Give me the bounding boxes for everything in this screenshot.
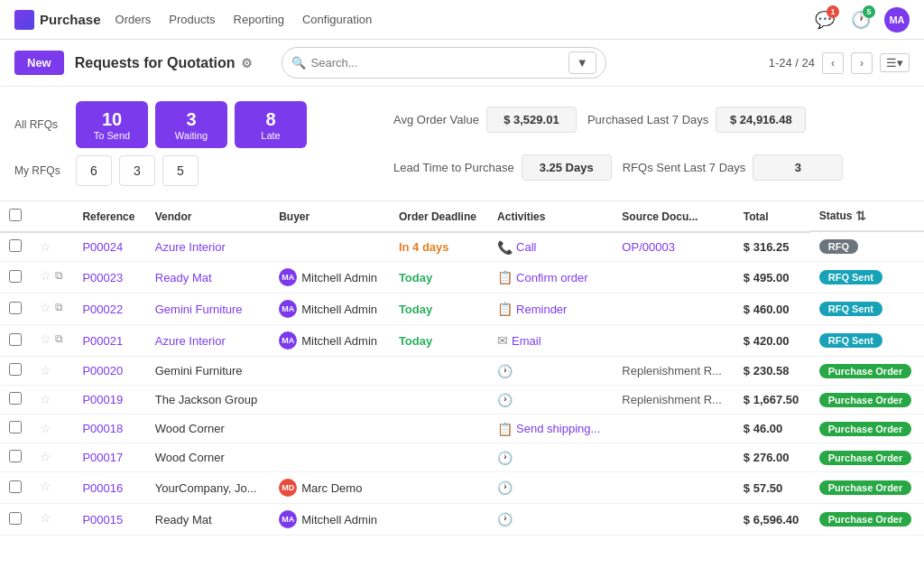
favorite-icon[interactable]: ☆	[40, 363, 51, 378]
favorite-icon[interactable]: ☆	[40, 450, 51, 464]
ref-link[interactable]: P00015	[82, 513, 123, 527]
late-num: 8	[247, 108, 294, 130]
ref-link[interactable]: P00017	[82, 451, 123, 464]
row-checkbox[interactable]	[9, 392, 22, 405]
ref-link[interactable]: P00016	[82, 481, 123, 495]
to-send-card[interactable]: 10 To Send	[76, 101, 148, 148]
favorite-icon[interactable]: ☆	[40, 300, 51, 314]
ref-link[interactable]: P00020	[82, 364, 123, 378]
ref-link[interactable]: P00021	[82, 334, 123, 348]
row-checkbox[interactable]	[9, 302, 22, 314]
row-checkbox[interactable]	[9, 512, 22, 525]
row-checkbox-cell	[0, 262, 31, 294]
activity-info[interactable]: ✉Email	[497, 333, 604, 348]
row-source-cell	[613, 262, 734, 294]
row-ref-cell: P00019	[73, 386, 145, 415]
favorite-icon[interactable]: ☆	[40, 331, 51, 346]
ref-link[interactable]: P00019	[82, 393, 123, 406]
total-amount: $ 460.00	[744, 303, 790, 316]
ref-link[interactable]: P00022	[82, 303, 123, 316]
activity-button[interactable]: 🕐 5	[848, 7, 873, 33]
nav-configuration[interactable]: Configuration	[302, 13, 372, 26]
list-icon: 📋	[497, 422, 513, 436]
app-logo[interactable]: Purchase	[14, 10, 101, 30]
all-rfqs-label: All RFQs	[14, 118, 69, 131]
favorite-icon[interactable]: ☆	[40, 392, 51, 406]
col-deadline[interactable]: Order Deadline	[390, 201, 488, 232]
col-total[interactable]: Total	[735, 201, 810, 232]
my-waiting[interactable]: 3	[119, 155, 155, 186]
search-bar[interactable]: 🔍 ▼	[282, 47, 606, 79]
vendor-link[interactable]: Azure Interior	[155, 334, 226, 348]
ref-link[interactable]: P00023	[82, 271, 123, 284]
col-activities[interactable]: Activities	[488, 201, 613, 232]
vendor-link[interactable]: Gemini Furniture	[155, 303, 243, 316]
row-vendor-cell: Azure Interior	[146, 325, 270, 357]
favorite-icon[interactable]: ☆	[40, 268, 51, 283]
row-buyer-cell: MD Marc Demo	[270, 472, 390, 504]
nav-products[interactable]: Products	[169, 13, 215, 26]
copy-icon[interactable]: ⧉	[55, 332, 63, 345]
favorite-icon[interactable]: ☆	[40, 239, 51, 254]
search-input[interactable]	[311, 56, 568, 70]
view-options-button[interactable]: ☰▾	[880, 53, 910, 72]
activity-link[interactable]: Send shipping...	[516, 422, 600, 435]
row-checkbox[interactable]	[9, 363, 22, 376]
new-button[interactable]: New	[14, 51, 64, 75]
activity-info[interactable]: 📋Send shipping...	[497, 422, 604, 436]
source-link[interactable]: OP/00003	[622, 240, 675, 254]
row-checkbox-cell	[0, 325, 31, 357]
row-checkbox[interactable]	[9, 239, 22, 252]
row-checkbox[interactable]	[9, 480, 22, 493]
select-all-checkbox[interactable]	[9, 209, 22, 221]
waiting-card[interactable]: 3 Waiting	[155, 101, 227, 148]
activity-link[interactable]: Email	[512, 334, 541, 348]
activity-link[interactable]: Confirm order	[516, 271, 587, 284]
vendor-link[interactable]: Ready Mat	[155, 271, 212, 284]
row-checkbox-cell	[0, 294, 31, 325]
favorite-icon[interactable]: ☆	[40, 421, 51, 435]
col-buyer[interactable]: Buyer	[270, 201, 390, 232]
settings-icon[interactable]: ⚙	[241, 56, 253, 70]
total-amount: $ 276.00	[744, 451, 790, 464]
col-ref[interactable]: Reference	[73, 201, 145, 232]
buyer-info: MA Mitchell Admin	[279, 510, 381, 528]
ref-link[interactable]: P00018	[82, 422, 123, 435]
copy-icon[interactable]: ⧉	[55, 301, 63, 313]
my-to-send[interactable]: 6	[76, 155, 112, 186]
col-vendor[interactable]: Vendor	[146, 201, 270, 232]
my-late[interactable]: 5	[162, 155, 199, 186]
total-amount: $ 316.25	[744, 240, 790, 254]
table-row: ☆P00016YourCompany, Jo... MD Marc Demo 🕐…	[0, 472, 924, 504]
messages-button[interactable]: 💬 1	[812, 7, 837, 33]
row-checkbox[interactable]	[9, 421, 22, 434]
nav-reporting[interactable]: Reporting	[234, 13, 284, 26]
app-title: Purchase	[40, 12, 101, 27]
vendor-link[interactable]: Azure Interior	[155, 240, 226, 254]
stats-left: All RFQs 10 To Send 3 Waiting 8 Late My …	[14, 101, 375, 186]
favorite-icon[interactable]: ☆	[40, 510, 51, 525]
row-checkbox[interactable]	[9, 333, 22, 346]
next-page-button[interactable]: ›	[851, 52, 873, 74]
ref-link[interactable]: P00024	[82, 240, 123, 254]
activity-link[interactable]: Reminder	[516, 303, 567, 316]
status-sort-icon[interactable]: ⇅	[855, 209, 866, 223]
nav-orders[interactable]: Orders	[116, 13, 152, 26]
activity-info[interactable]: 📋Reminder	[497, 302, 604, 316]
row-checkbox[interactable]	[9, 270, 22, 283]
copy-icon[interactable]: ⧉	[55, 269, 63, 282]
user-avatar[interactable]: MA	[884, 7, 910, 33]
row-deadline-cell	[390, 472, 488, 504]
search-dropdown-button[interactable]: ▼	[568, 51, 596, 74]
row-checkbox[interactable]	[9, 450, 22, 462]
col-source[interactable]: Source Docu...	[613, 201, 734, 232]
kpi-lead-time-label: Lead Time to Purchase	[393, 161, 514, 174]
row-total-cell: $ 276.00	[735, 443, 810, 472]
prev-page-button[interactable]: ‹	[822, 52, 844, 74]
favorite-icon[interactable]: ☆	[40, 479, 51, 493]
late-card[interactable]: 8 Late	[235, 101, 307, 148]
table-container: Reference Vendor Buyer Order Deadline Ac…	[0, 201, 924, 536]
activity-link[interactable]: Call	[516, 240, 536, 254]
activity-info[interactable]: 📞Call	[497, 240, 604, 255]
activity-info[interactable]: 📋Confirm order	[497, 270, 604, 284]
